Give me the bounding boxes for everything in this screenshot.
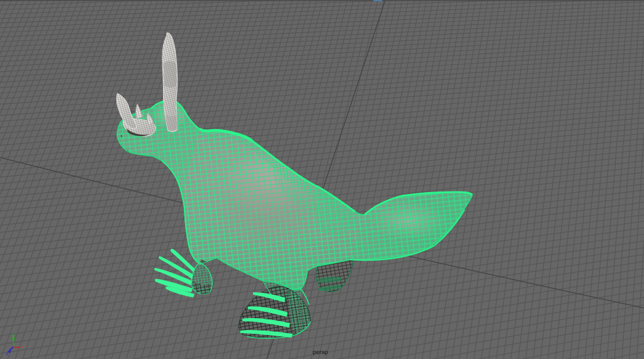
svg-text:x: x bbox=[21, 344, 23, 350]
svg-text:persp: persp bbox=[313, 348, 328, 355]
svg-text:z: z bbox=[6, 351, 8, 356]
svg-text:y: y bbox=[12, 333, 14, 338]
